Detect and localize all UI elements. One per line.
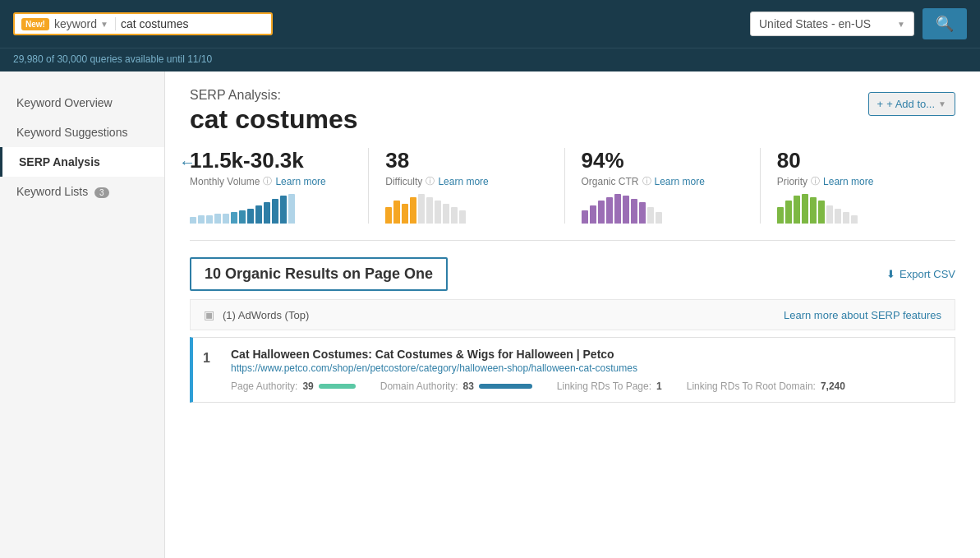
bar-active [623, 196, 629, 224]
info-icon-ctr[interactable]: ⓘ [642, 175, 651, 187]
serp-header-section: + + Add to... ▼ SERP Analysis: cat costu… [190, 88, 955, 148]
sidebar-item-label: Keyword Suggestions [16, 126, 127, 139]
result-metrics: Page Authority: 39 Domain Authority: 83 … [231, 380, 946, 392]
bar [288, 194, 295, 224]
location-chevron-icon: ▼ [897, 20, 905, 29]
difficulty-bar-chart [385, 194, 547, 224]
bar [426, 197, 433, 224]
bar [206, 215, 213, 224]
bar [223, 214, 229, 224]
domain-authority-label: Domain Authority: [380, 380, 458, 392]
bar-active [810, 197, 817, 224]
metric-label-volume: Monthly Volume ⓘ Learn more [190, 175, 352, 187]
metric-value-volume: 11.5k-30.3k [190, 148, 352, 173]
serp-feature-label: (1) AdWords (Top) [223, 309, 309, 321]
sidebar-item-label: Keyword Overview [16, 96, 113, 109]
search-input[interactable] [121, 17, 265, 30]
queries-bar: 29,980 of 30,000 queries available until… [0, 48, 980, 71]
metric-label-difficulty: Difficulty ⓘ Learn more [385, 175, 547, 187]
active-arrow-icon: ← [179, 153, 196, 172]
search-icon: 🔍 [936, 16, 954, 32]
keyword-type-dropdown[interactable]: keyword ▼ [54, 17, 116, 30]
sidebar-item-label: SERP Analysis [19, 155, 100, 168]
plus-icon: + [877, 98, 884, 110]
add-to-chevron-icon: ▼ [938, 99, 946, 108]
linking-rds-root-value: 7,240 [821, 380, 845, 392]
page-authority-metric: Page Authority: 39 [231, 380, 356, 392]
serp-title-keyword: cat costumes [190, 104, 955, 135]
bar [451, 207, 458, 224]
sidebar-item-serp-analysis[interactable]: SERP Analysis ← [0, 147, 164, 177]
sidebar-item-keyword-lists[interactable]: Keyword Lists 3 [0, 177, 164, 206]
sidebar-item-keyword-overview[interactable]: Keyword Overview [0, 88, 164, 118]
learn-more-volume[interactable]: Learn more [275, 176, 325, 187]
search-button[interactable]: 🔍 [922, 8, 967, 39]
sidebar: Keyword Overview Keyword Suggestions SER… [0, 71, 164, 558]
organic-results-header: 10 Organic Results on Page One ⬇ Export … [190, 257, 955, 291]
organic-title: 10 Organic Results on Page One [190, 257, 448, 291]
linking-rds-page-value: 1 [656, 380, 662, 392]
metric-value-priority: 80 [777, 148, 939, 173]
linking-rds-page-label: Linking RDs To Page: [557, 380, 651, 392]
bar-active [393, 201, 400, 224]
learn-more-ctr[interactable]: Learn more [655, 176, 705, 187]
bar-active [639, 202, 646, 224]
bar-active [272, 199, 278, 224]
metric-priority: 80 Priority ⓘ Learn more [777, 148, 955, 224]
domain-authority-metric: Domain Authority: 83 [380, 380, 532, 392]
page-authority-value: 39 [302, 380, 313, 392]
bar-active [402, 204, 408, 224]
page-authority-bar [319, 384, 356, 389]
info-icon-volume[interactable]: ⓘ [263, 175, 272, 187]
result-url[interactable]: https://www.petco.com/shop/en/petcostore… [231, 362, 946, 374]
bar-active [818, 201, 825, 224]
chevron-down-icon: ▼ [100, 20, 108, 29]
bar-active [631, 199, 637, 224]
linking-rds-page-metric: Linking RDs To Page: 1 [557, 380, 662, 392]
bar-active [264, 202, 270, 224]
bar-active [231, 212, 237, 224]
bar-active [614, 194, 621, 224]
domain-authority-bar [479, 384, 532, 389]
bar-active [606, 197, 613, 224]
bar [418, 194, 425, 224]
result-content: Cat Halloween Costumes: Cat Costumes & W… [223, 338, 955, 402]
bar [647, 207, 654, 224]
bar-active [777, 207, 784, 224]
metric-value-ctr: 94% [582, 148, 743, 173]
learn-more-priority[interactable]: Learn more [823, 176, 873, 187]
metric-label-ctr: Organic CTR ⓘ Learn more [582, 175, 743, 187]
keyword-type-label: keyword [54, 17, 97, 30]
bar-active [410, 197, 416, 224]
metric-difficulty: 38 Difficulty ⓘ Learn more [385, 148, 564, 224]
bar [435, 201, 441, 224]
page-authority-label: Page Authority: [231, 380, 297, 392]
bar [214, 214, 221, 224]
linking-rds-root-label: Linking RDs To Root Domain: [687, 380, 816, 392]
info-icon-difficulty[interactable]: ⓘ [426, 175, 435, 187]
learn-more-serp-features[interactable]: Learn more about SERP features [784, 309, 941, 321]
bar-active [590, 205, 596, 224]
bar-active [598, 201, 605, 224]
bar-active [794, 196, 800, 224]
search-bar: New! keyword ▼ [13, 12, 273, 35]
main-content: + + Add to... ▼ SERP Analysis: cat costu… [164, 71, 980, 558]
download-icon: ⬇ [886, 268, 895, 280]
bar [459, 210, 466, 224]
domain-authority-value: 83 [462, 380, 473, 392]
add-to-button[interactable]: + + Add to... ▼ [868, 92, 955, 116]
new-badge: New! [21, 18, 49, 30]
export-csv-button[interactable]: ⬇ Export CSV [886, 268, 955, 280]
metrics-row: 11.5k-30.3k Monthly Volume ⓘ Learn more [190, 148, 955, 241]
volume-bar-chart [190, 194, 352, 224]
info-icon-priority[interactable]: ⓘ [811, 175, 820, 187]
result-row: 1 Cat Halloween Costumes: Cat Costumes &… [190, 337, 955, 403]
bar [443, 204, 449, 224]
metric-label-priority: Priority ⓘ Learn more [777, 175, 939, 187]
sidebar-item-keyword-suggestions[interactable]: Keyword Suggestions [0, 118, 164, 147]
learn-more-difficulty[interactable]: Learn more [438, 176, 488, 187]
bar [851, 215, 858, 224]
location-dropdown[interactable]: United States - en-US ▼ [750, 12, 914, 36]
bar-active [280, 196, 287, 224]
priority-bar-chart [777, 194, 939, 224]
